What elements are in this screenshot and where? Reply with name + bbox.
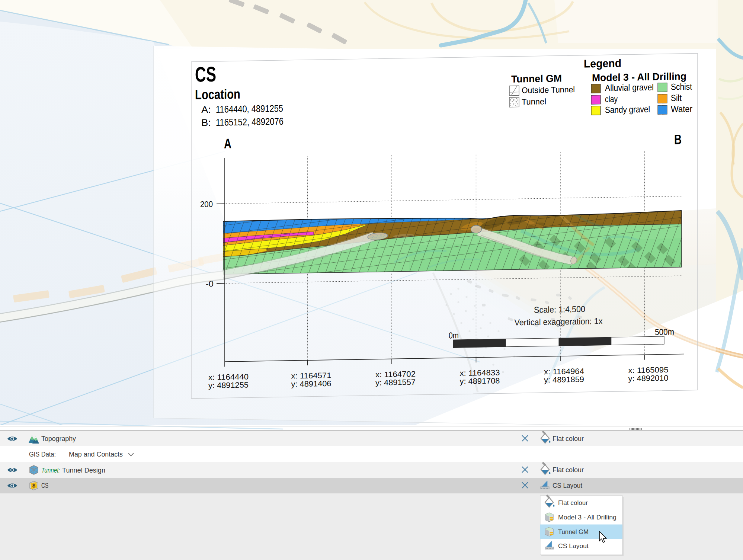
svg-text:GIS Data:: GIS Data: — [29, 451, 56, 458]
svg-text:Tunnel:: Tunnel: — [41, 467, 60, 474]
svg-text:Water: Water — [671, 104, 692, 114]
svg-text:y: 4891255: y: 4891255 — [208, 380, 249, 390]
svg-text:-0: -0 — [206, 279, 214, 288]
svg-text:0m: 0m — [449, 330, 459, 340]
svg-text:Location: Location — [195, 86, 240, 102]
svg-text:Legend: Legend — [584, 57, 621, 70]
svg-text:x: 1164833: x: 1164833 — [460, 368, 500, 377]
svg-text:Scale: 1:4,500: Scale: 1:4,500 — [534, 304, 585, 314]
svg-text:CS Layout: CS Layout — [558, 543, 589, 550]
svg-text:Sandy gravel: Sandy gravel — [605, 104, 650, 115]
svg-text:Vertical exaggeration: 1x: Vertical exaggeration: 1x — [515, 316, 603, 327]
svg-text:x: 1164440: x: 1164440 — [208, 372, 249, 381]
svg-text:Tunnel Design: Tunnel Design — [62, 467, 105, 474]
svg-text:x: 1164702: x: 1164702 — [375, 369, 416, 379]
svg-text:Outside Tunnel: Outside Tunnel — [522, 85, 575, 95]
svg-text:Topography: Topography — [41, 435, 76, 442]
svg-text:Schist: Schist — [671, 81, 692, 92]
svg-text:1164440, 4891255: 1164440, 4891255 — [216, 103, 283, 115]
svg-text:A:: A: — [201, 104, 211, 115]
svg-text:CS Layout: CS Layout — [553, 482, 582, 489]
svg-text:Flat colour: Flat colour — [553, 466, 584, 474]
svg-text:x: 1164571: x: 1164571 — [291, 371, 332, 380]
svg-text:1165152, 4892076: 1165152, 4892076 — [216, 116, 284, 128]
svg-text:x: 1164964: x: 1164964 — [544, 367, 584, 376]
svg-text:y: 4891708: y: 4891708 — [460, 376, 500, 385]
svg-text:B:: B: — [201, 117, 211, 128]
svg-text:$: $ — [32, 483, 35, 489]
svg-text:y: 4891859: y: 4891859 — [544, 375, 584, 384]
svg-text:Flat colour: Flat colour — [558, 499, 588, 506]
svg-text:Alluvial gravel: Alluvial gravel — [605, 82, 654, 93]
svg-text:A: A — [224, 136, 231, 151]
svg-text:Silt: Silt — [671, 93, 682, 103]
svg-text:Tunnel GM: Tunnel GM — [511, 73, 562, 84]
svg-text:Map and Contacts: Map and Contacts — [69, 451, 123, 458]
svg-text:y: 4891406: y: 4891406 — [291, 379, 332, 388]
svg-text:B: B — [674, 132, 682, 147]
svg-text:x: 1165095: x: 1165095 — [628, 365, 669, 375]
svg-text:Model 3 - All Drilling: Model 3 - All Drilling — [558, 514, 617, 521]
svg-text:clay: clay — [605, 94, 618, 104]
svg-text:Tunnel GM: Tunnel GM — [558, 528, 589, 535]
svg-text:y: 4891557: y: 4891557 — [375, 378, 416, 387]
svg-text:CS: CS — [195, 62, 216, 86]
svg-text:200: 200 — [200, 199, 213, 209]
svg-text:Tunnel: Tunnel — [522, 97, 546, 106]
svg-text:Flat colour: Flat colour — [553, 435, 584, 442]
svg-text:y: 4892010: y: 4892010 — [628, 374, 669, 383]
svg-text:500m: 500m — [655, 327, 674, 337]
svg-text:CS: CS — [41, 482, 48, 489]
